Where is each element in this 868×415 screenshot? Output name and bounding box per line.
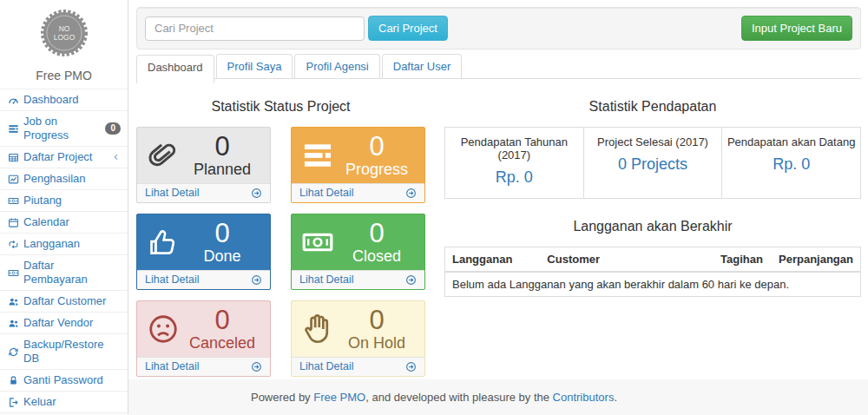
stat-value-link[interactable]: 0 Projects <box>618 155 687 174</box>
sidebar-item-label: Penghasilan <box>23 172 86 186</box>
sidebar-link[interactable]: Ganti Password <box>0 370 128 391</box>
sidebar-item-label: Daftar Pembayaran <box>23 259 121 287</box>
arrow-circle-right-icon <box>405 274 417 286</box>
sidebar-link[interactable]: Job on Progress0 <box>0 111 128 146</box>
dashboard-content: Statistik Status Project 0PlannedLihat D… <box>136 91 861 377</box>
sidebar-item-daftar-pembayaran: Daftar Pembayaran <box>0 255 128 291</box>
tab-profil-saya[interactable]: Profil Saya <box>216 54 293 78</box>
sidebar-link[interactable]: Penghasilan <box>0 168 128 189</box>
status-card-planned: 0PlannedLihat Detail <box>136 127 271 203</box>
users-icon <box>8 318 19 329</box>
chevron-left-icon <box>112 153 121 161</box>
sidebar-link[interactable]: Langganan <box>0 234 128 254</box>
sidebar-item-piutang: Piutang <box>0 190 128 212</box>
sidebar-item-label: Daftar Project <box>23 150 92 164</box>
tab-profil-agensi[interactable]: Profil Agensi <box>294 54 379 78</box>
money-icon <box>301 226 334 259</box>
logo-text-line2: LOGO <box>53 33 75 42</box>
tasks-icon <box>8 123 19 135</box>
sidebar-item-label: Piutang <box>23 194 62 208</box>
card-label: Closed <box>334 247 419 266</box>
column-header-customer: Customer <box>540 247 713 273</box>
sidebar-link[interactable]: Calendar <box>0 212 128 233</box>
sidebar-link[interactable]: Daftar Vendor <box>0 313 128 333</box>
sidebar-item-label: Calendar <box>23 215 69 229</box>
stat-label: Pendapatan Tahunan (2017) <box>449 135 580 161</box>
lihat-detail-label: Lihat Detail <box>145 273 200 286</box>
card-stats: 0Planned <box>180 133 265 179</box>
lihat-detail-link-canceled[interactable]: Lihat Detail <box>137 357 270 376</box>
sidebar-link[interactable]: Piutang <box>0 190 128 211</box>
tab-dashboard[interactable]: Dashboard <box>136 55 214 83</box>
sign-out-icon <box>8 397 19 408</box>
card-body: 0Done <box>137 214 270 270</box>
sidebar-menu: DashboardJob on Progress0Daftar ProjectP… <box>0 89 128 413</box>
footer-text-middle: , and developed with pleasure by the <box>365 391 552 404</box>
footer-text-prefix: Powered by <box>251 391 313 404</box>
sidebar-item-label: Daftar Vendor <box>23 316 93 330</box>
lihat-detail-link-onhold[interactable]: Lihat Detail <box>292 357 424 376</box>
sidebar-item-label: Daftar Customer <box>23 294 106 308</box>
thumbs-up-icon <box>147 226 180 259</box>
tab-daftar-user[interactable]: Daftar User <box>382 54 462 78</box>
search-input[interactable] <box>145 16 365 41</box>
status-section-title: Statistik Status Project <box>136 99 425 115</box>
lihat-detail-link-closed[interactable]: Lihat Detail <box>292 270 424 289</box>
no-logo-seal: NO LOGO <box>38 7 90 59</box>
card-body: 0Planned <box>137 128 270 183</box>
card-value: 0 <box>334 220 419 247</box>
card-value: 0 <box>180 220 265 247</box>
income-column: Statistik Pendapatan Pendapatan Tahunan … <box>444 91 861 377</box>
search-button[interactable]: Cari Project <box>368 16 448 41</box>
status-card-canceled: 0CanceledLihat Detail <box>136 300 271 377</box>
status-card-progress: 0ProgressLihat Detail <box>291 127 425 203</box>
lihat-detail-label: Lihat Detail <box>299 187 354 199</box>
footer-text-suffix: . <box>614 391 617 404</box>
lihat-detail-link-done[interactable]: Lihat Detail <box>137 270 270 289</box>
arrow-circle-right-icon <box>405 188 417 199</box>
footer-link-freepmo[interactable]: Free PMO <box>313 391 365 404</box>
sidebar-item-penghasilan: Penghasilan <box>0 168 128 190</box>
column-header-langganan: Langganan <box>445 247 541 273</box>
column-header-perpanjangan: Perpanjangan <box>772 247 861 273</box>
stat-value-link[interactable]: Rp. 0 <box>496 168 533 187</box>
sidebar-item-ganti-password: Ganti Password <box>0 370 128 392</box>
card-value: 0 <box>180 133 265 160</box>
lihat-detail-link-progress[interactable]: Lihat Detail <box>292 183 424 202</box>
income-stat-2: Pendapatan akan DatangRp. 0 <box>721 128 860 198</box>
subscription-table: LanggananCustomerTagihanPerpanjangan Bel… <box>444 247 861 297</box>
hand-icon <box>301 313 334 346</box>
lihat-detail-label: Lihat Detail <box>145 360 200 372</box>
sidebar-item-label: Ganti Password <box>23 373 103 387</box>
card-stats: 0Closed <box>334 220 419 266</box>
subscription-empty-message: Belum ada Langganan yang akan berakhir d… <box>445 272 861 297</box>
retweet-icon <box>8 239 19 250</box>
table-icon <box>8 152 19 163</box>
card-value: 0 <box>334 306 419 333</box>
sidebar-link[interactable]: Keluar <box>0 392 128 412</box>
sidebar-item-daftar-vendor: Daftar Vendor <box>0 313 128 334</box>
card-label: On Hold <box>334 334 419 352</box>
stat-value-link[interactable]: Rp. 0 <box>773 155 810 174</box>
sidebar-link[interactable]: Backup/Restore DB <box>0 334 128 369</box>
new-project-button[interactable]: Input Project Baru <box>741 16 852 41</box>
income-stat-0: Pendapatan Tahunan (2017)Rp. 0 <box>445 128 583 198</box>
footer-link-contributors[interactable]: Contributors <box>553 391 615 404</box>
main-content: Cari Project Input Project Baru Dashboar… <box>128 0 868 379</box>
sidebar-link[interactable]: Daftar Project <box>0 147 128 168</box>
sidebar-item-job-on-progress: Job on Progress0 <box>0 111 128 147</box>
status-card-done: 0DoneLihat Detail <box>136 214 271 290</box>
stat-label: Pendapatan akan Datang <box>726 135 857 148</box>
footer: Powered by Free PMO, and developed with … <box>0 379 868 415</box>
card-body: 0Progress <box>292 128 424 183</box>
income-section-title: Statistik Pendapatan <box>444 99 861 115</box>
sidebar-link[interactable]: Dashboard <box>0 89 128 110</box>
sidebar-link[interactable]: Daftar Pembayaran <box>0 255 128 290</box>
sidebar-link[interactable]: Daftar Customer <box>0 291 128 312</box>
arrow-circle-right-icon <box>251 274 262 286</box>
money-icon <box>8 195 19 207</box>
refresh-icon <box>8 346 19 358</box>
sidebar: NO LOGO Free PMO DashboardJob on Progres… <box>0 0 128 414</box>
lihat-detail-link-planned[interactable]: Lihat Detail <box>137 183 270 202</box>
sidebar-item-calendar: Calendar <box>0 212 128 234</box>
